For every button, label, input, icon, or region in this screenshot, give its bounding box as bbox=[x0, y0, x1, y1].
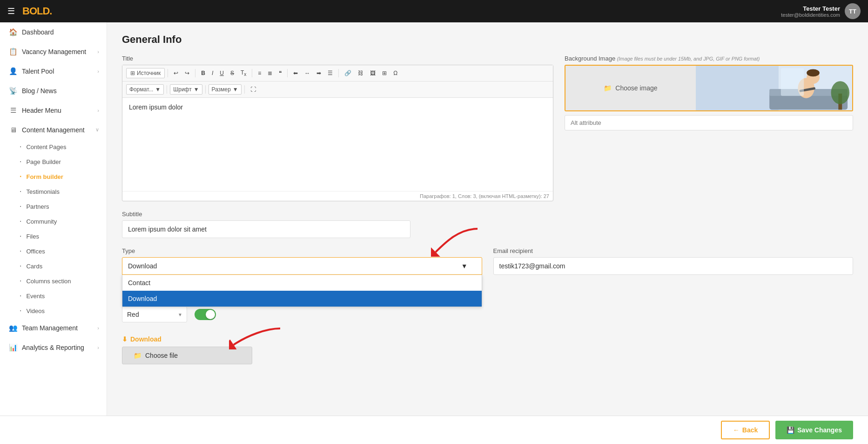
bold-btn[interactable]: B bbox=[198, 68, 208, 78]
sidebar-sub-community[interactable]: Community bbox=[20, 214, 107, 229]
sidebar-item-content-management[interactable]: 🖥 Content Management ∨ bbox=[0, 120, 107, 139]
page-title: General Info bbox=[122, 34, 853, 46]
font-dropdown[interactable]: Шрифт ▼ bbox=[170, 84, 202, 95]
back-button[interactable]: ← Back bbox=[721, 421, 770, 439]
align-right-btn[interactable]: ➡ bbox=[314, 68, 324, 78]
sidebar-sub-page-builder[interactable]: Page Builder bbox=[20, 154, 107, 169]
italic-btn[interactable]: I bbox=[209, 68, 216, 78]
bg-image-label: Background Image (Image files must be un… bbox=[565, 55, 853, 62]
alt-attribute-input[interactable] bbox=[565, 115, 853, 130]
sidebar-item-label: Content Management bbox=[22, 126, 91, 134]
folder-icon: 📁 bbox=[604, 84, 612, 92]
align-center-btn[interactable]: ↔ bbox=[302, 68, 313, 78]
sidebar-item-vacancy-management[interactable]: 📋 Vacancy Management › bbox=[0, 42, 107, 61]
toggle-switch[interactable]: ✓ bbox=[195, 309, 216, 320]
editor-body[interactable]: Lorem ipsum dolor bbox=[122, 98, 553, 191]
sidebar-item-label: Dashboard bbox=[22, 28, 99, 36]
sidebar-sub-columns-section[interactable]: Columns section bbox=[20, 273, 107, 288]
strikethrough-btn[interactable]: S bbox=[228, 68, 237, 78]
size-dropdown[interactable]: Размер ▼ bbox=[209, 84, 242, 95]
chevron-down-icon: ▼ bbox=[155, 86, 161, 93]
sub-label: Content Pages bbox=[26, 143, 66, 150]
download-section: ⬇ Download 📁 Choose file bbox=[122, 335, 252, 364]
chevron-right-icon: › bbox=[97, 325, 99, 331]
source-icon: ⊞ bbox=[130, 70, 135, 76]
chevron-right-icon: › bbox=[97, 68, 99, 74]
undo-btn[interactable]: ↩ bbox=[171, 68, 181, 78]
toggle-check-icon: ✓ bbox=[209, 311, 213, 318]
sidebar-sub-form-builder[interactable]: Form builder bbox=[20, 169, 107, 184]
svg-point-9 bbox=[831, 81, 850, 104]
sidebar-item-team-management[interactable]: 👥 Team Management › bbox=[0, 318, 107, 338]
editor-wrapper: ⊞ Источник ↩ ↪ B I U S Tx ≡ bbox=[122, 65, 553, 201]
sidebar-sub-offices[interactable]: Offices bbox=[20, 244, 107, 259]
ul-btn[interactable]: ≣ bbox=[265, 68, 275, 78]
sidebar-sub-events[interactable]: Events bbox=[20, 288, 107, 303]
image-btn[interactable]: 🖼 bbox=[367, 68, 378, 78]
user-name: Tester Tester bbox=[781, 5, 840, 12]
hamburger-icon[interactable]: ☰ bbox=[7, 6, 15, 16]
sidebar-item-label: Talent Pool bbox=[22, 68, 93, 75]
sidebar-item-analytics-reporting[interactable]: 📊 Analytics & Reporting › bbox=[0, 338, 107, 357]
type-email-row: Type Download bbox=[122, 247, 853, 322]
sidebar-sub-files[interactable]: Files bbox=[20, 229, 107, 244]
sidebar-sub-cards[interactable]: Cards bbox=[20, 259, 107, 273]
sidebar-item-blog-news[interactable]: 📡 Blog / News bbox=[0, 81, 107, 101]
topbar: ☰ BOLD. Tester Tester tester@boldidentit… bbox=[0, 0, 868, 22]
redo-btn[interactable]: ↪ bbox=[182, 68, 192, 78]
choose-image-btn[interactable]: 📁 Choose image bbox=[565, 66, 696, 110]
sidebar-sub-testimonials[interactable]: Testimonials bbox=[20, 184, 107, 199]
sub-label: Community bbox=[26, 218, 57, 225]
email-input[interactable] bbox=[493, 257, 854, 275]
link-btn[interactable]: 🔗 bbox=[342, 68, 354, 78]
type-col: Type Download bbox=[122, 247, 482, 322]
color-select-wrapper: Red Blue Green bbox=[122, 307, 187, 322]
chevron-right-icon: › bbox=[97, 49, 99, 55]
chevron-down-icon: ∨ bbox=[95, 127, 99, 133]
team-icon: 👥 bbox=[9, 324, 17, 332]
sidebar-sub-content-pages[interactable]: Content Pages bbox=[20, 139, 107, 154]
sidebar-item-header-menu[interactable]: ☰ Header Menu › bbox=[0, 101, 107, 120]
talent-icon: 👤 bbox=[9, 67, 17, 75]
subtitle-input[interactable] bbox=[122, 220, 410, 238]
dashboard-icon: 🏠 bbox=[9, 28, 17, 36]
toolbar-sep bbox=[287, 69, 288, 77]
justify-btn[interactable]: ☰ bbox=[325, 68, 336, 78]
avatar[interactable]: TT bbox=[845, 3, 861, 19]
table-btn[interactable]: ⊞ bbox=[379, 68, 390, 78]
underline-btn[interactable]: U bbox=[217, 68, 227, 78]
sub-label: Partners bbox=[26, 203, 49, 210]
editor-source-btn[interactable]: ⊞ Источник bbox=[126, 68, 165, 78]
email-label: Email recipient bbox=[493, 247, 854, 254]
color-select[interactable]: Red Blue Green bbox=[122, 307, 187, 322]
blockquote-btn[interactable]: ❝ bbox=[276, 68, 284, 78]
sidebar-sub-videos[interactable]: Videos bbox=[20, 303, 107, 318]
type-dropdown[interactable]: Download ▼ bbox=[122, 257, 482, 275]
image-preview bbox=[696, 66, 852, 111]
format-dropdown[interactable]: Формат... ▼ bbox=[126, 84, 164, 95]
align-left-btn[interactable]: ⬅ bbox=[290, 68, 301, 78]
main-content: General Info Title ⊞ Источник ↩ ↪ bbox=[107, 22, 868, 444]
save-changes-button[interactable]: 💾 Save Changes bbox=[775, 421, 853, 439]
topbar-right: Tester Tester tester@boldidentities.com … bbox=[781, 3, 861, 19]
chevron-right-icon: › bbox=[97, 108, 99, 113]
type-dropdown-list: Contact Download bbox=[122, 275, 482, 307]
title-col: Title ⊞ Источник ↩ ↪ B I U S bbox=[122, 55, 553, 201]
dropdown-option-contact[interactable]: Contact bbox=[122, 275, 482, 291]
sidebar-item-talent-pool[interactable]: 👤 Talent Pool › bbox=[0, 61, 107, 81]
toolbar-sep bbox=[338, 69, 339, 77]
editor-toolbar: ⊞ Источник ↩ ↪ B I U S Tx ≡ bbox=[122, 65, 553, 82]
sidebar-item-dashboard[interactable]: 🏠 Dashboard bbox=[0, 22, 107, 42]
dropdown-option-download[interactable]: Download bbox=[122, 291, 482, 307]
sidebar-sub-partners[interactable]: Partners bbox=[20, 199, 107, 214]
special-char-btn[interactable]: Ω bbox=[390, 68, 400, 78]
sub-label: Videos bbox=[26, 307, 45, 314]
fullscreen-btn[interactable]: ⛶ bbox=[248, 85, 259, 94]
choose-file-label: Choose file bbox=[145, 352, 178, 359]
vacancy-icon: 📋 bbox=[9, 48, 17, 56]
blog-icon: 📡 bbox=[9, 87, 17, 95]
unlink-btn[interactable]: ⛓ bbox=[355, 68, 366, 78]
logo: BOLD. bbox=[22, 5, 52, 17]
ol-btn[interactable]: ≡ bbox=[255, 68, 264, 78]
clear-format-btn[interactable]: Tx bbox=[238, 68, 249, 78]
